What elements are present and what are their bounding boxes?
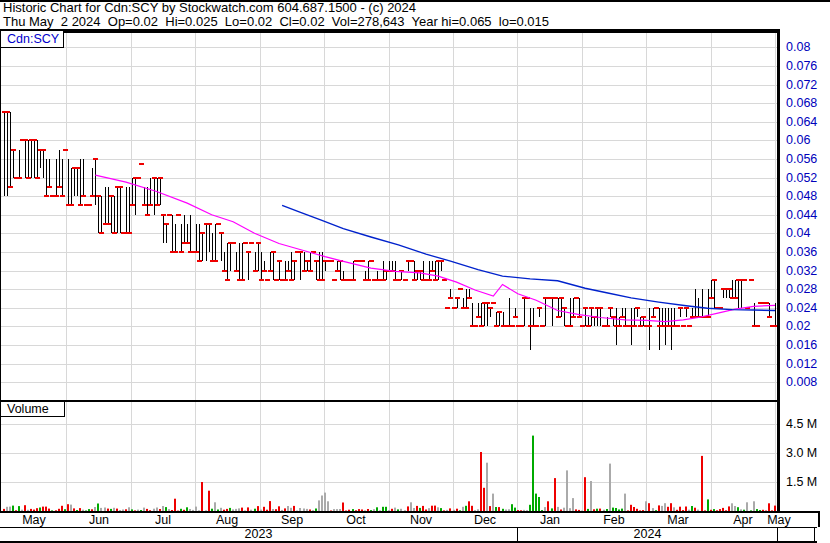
month-label: May bbox=[767, 514, 791, 527]
price-tick-label: 0.052 bbox=[786, 170, 817, 186]
price-tick-label: 0.056 bbox=[786, 151, 817, 167]
price-tick-label: 0.076 bbox=[786, 58, 817, 74]
panel-top-border bbox=[0, 31, 780, 33]
price-tick-label: 0.012 bbox=[786, 356, 817, 372]
volume-grid bbox=[1, 402, 777, 511]
month-label: Jan bbox=[540, 514, 560, 527]
month-label: Apr bbox=[733, 514, 752, 527]
price-tick-label: 0.028 bbox=[786, 281, 817, 297]
volume-tick-label: 3.0 M bbox=[786, 445, 817, 461]
price-tick-label: 0.02 bbox=[786, 318, 810, 334]
year-box-2023: 2023 bbox=[0, 528, 518, 541]
panel-right-border bbox=[777, 400, 780, 511]
year-label: 2024 bbox=[634, 527, 662, 541]
price-tick-label: 0.072 bbox=[786, 77, 817, 93]
year-axis: 2023 2024 bbox=[0, 527, 817, 543]
year-box-pad bbox=[778, 528, 815, 541]
year-box-2024: 2024 bbox=[518, 528, 778, 541]
month-label: Dec bbox=[474, 514, 496, 527]
volume-tick-label: 1.5 M bbox=[786, 474, 817, 490]
month-label: Mar bbox=[667, 514, 689, 527]
month-label: Feb bbox=[603, 514, 625, 527]
month-label: Jul bbox=[155, 514, 171, 527]
price-tick-label: 0.068 bbox=[786, 95, 817, 111]
price-tick-label: 0.008 bbox=[786, 374, 817, 390]
month-label: Jun bbox=[89, 514, 109, 527]
ma-slow-line bbox=[282, 205, 775, 310]
price-tick-label: 0.08 bbox=[786, 39, 810, 55]
volume-panel-label: Volume bbox=[1, 402, 65, 417]
year-label: 2023 bbox=[245, 527, 273, 541]
month-label: Sep bbox=[281, 514, 303, 527]
price-tick-label: 0.048 bbox=[786, 188, 817, 204]
price-tick-label: 0.06 bbox=[786, 132, 810, 148]
volume-tick-label: 4.5 M bbox=[786, 416, 817, 432]
price-tick-label: 0.032 bbox=[786, 263, 817, 279]
panel-left-border bbox=[0, 31, 1, 400]
chart-title: Historic Chart for Cdn:SCY by Stockwatch… bbox=[3, 1, 416, 15]
ma-fast-line bbox=[95, 175, 775, 321]
month-label: Aug bbox=[216, 514, 238, 527]
volume-chart bbox=[0, 400, 780, 511]
symbol-label: Cdn:SCY bbox=[1, 31, 64, 48]
month-label: May bbox=[22, 514, 46, 527]
panel-right-border bbox=[777, 31, 780, 400]
price-tick-label: 0.064 bbox=[786, 114, 817, 130]
price-tick-label: 0.044 bbox=[786, 207, 817, 223]
price-chart bbox=[0, 31, 780, 400]
month-label: Oct bbox=[346, 514, 365, 527]
quote-summary: Thu May 2 2024 Op=0.02 Hi=0.025 Lo=0.02 … bbox=[3, 15, 549, 29]
price-tick-label: 0.036 bbox=[786, 244, 817, 260]
stockwatch-historic-chart: Historic Chart for Cdn:SCY by Stockwatch… bbox=[0, 0, 830, 543]
month-label: Nov bbox=[410, 514, 432, 527]
month-axis: MayJunJulAugSepOctNovDecJanFebMarAprMay bbox=[0, 511, 820, 527]
price-tick-label: 0.016 bbox=[786, 337, 817, 353]
panel-top-border bbox=[0, 400, 780, 402]
price-tick-label: 0.04 bbox=[786, 225, 810, 241]
price-tick-label: 0.024 bbox=[786, 300, 817, 316]
